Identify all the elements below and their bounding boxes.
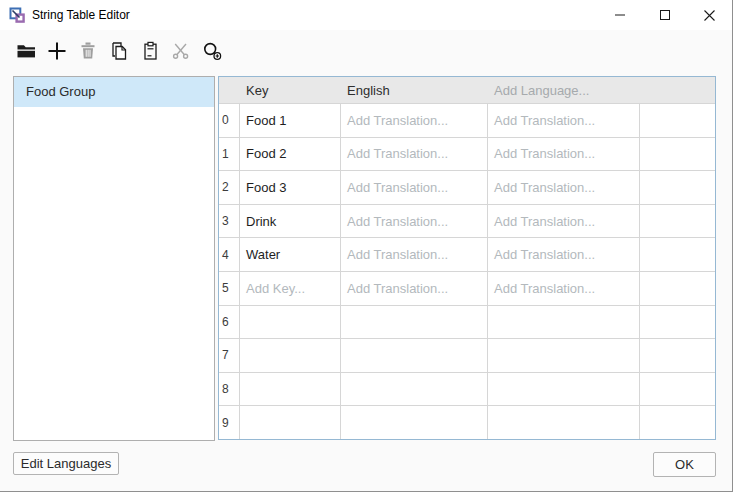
open-folder-icon [16,41,37,61]
close-icon [704,10,715,21]
cell-key[interactable]: Food 1 [240,103,341,137]
cell-extra [640,103,715,137]
cell-extra [640,170,715,204]
row-number[interactable]: 7 [219,338,240,372]
cell-add-language[interactable] [488,405,640,439]
cell-key[interactable]: Food 2 [240,137,341,171]
add-button[interactable] [46,39,68,63]
cell-english[interactable]: Add Translation... [341,204,488,238]
cell-extra [640,405,715,439]
cell-key[interactable] [240,305,341,339]
maximize-icon [660,10,670,20]
maximize-button[interactable] [642,0,687,30]
add-plus-icon [47,41,67,61]
cell-add-language[interactable]: Add Translation... [488,137,640,171]
cell-english[interactable] [341,305,488,339]
cell-extra [640,271,715,305]
copy-button[interactable] [108,39,130,63]
cell-extra [640,237,715,271]
cell-key[interactable]: Water [240,237,341,271]
row-number[interactable]: 9 [219,405,240,439]
window-controls [597,0,732,30]
delete-button[interactable] [77,39,99,63]
paste-clipboard-icon [141,41,160,61]
cell-extra [640,305,715,339]
cell-key[interactable] [240,338,341,372]
copy-icon [109,41,129,61]
table-row: 5 Add Key... Add Translation... Add Tran… [219,271,715,305]
cell-english[interactable]: Add Translation... [341,103,488,137]
table-row: 6 [219,305,715,339]
cell-english[interactable]: Add Translation... [341,170,488,204]
ok-button[interactable]: OK [653,452,716,477]
close-button[interactable] [687,0,732,30]
cut-scissors-icon [171,41,191,61]
row-number[interactable]: 6 [219,305,240,339]
cell-extra [640,137,715,171]
window-title: String Table Editor [32,8,130,22]
row-number[interactable]: 0 [219,103,240,137]
cell-key[interactable] [240,372,341,406]
table-row: 9 [219,405,715,439]
row-number[interactable]: 3 [219,204,240,238]
cell-key[interactable] [240,405,341,439]
header-add-language[interactable]: Add Language... [488,83,640,98]
cell-add-language[interactable]: Add Translation... [488,103,640,137]
row-number[interactable]: 5 [219,271,240,305]
header-key: Key [240,83,341,98]
cell-add-language[interactable] [488,338,640,372]
cell-add-language[interactable]: Add Translation... [488,204,640,238]
cell-english[interactable] [341,338,488,372]
row-number[interactable]: 1 [219,137,240,171]
cell-add-language[interactable] [488,305,640,339]
cell-extra [640,338,715,372]
cell-add-language[interactable]: Add Translation... [488,170,640,204]
table-header-row: Key English Add Language... [219,77,715,103]
minimize-button[interactable] [597,0,642,30]
edit-languages-button[interactable]: Edit Languages [13,452,119,475]
cell-english[interactable]: Add Translation... [341,271,488,305]
cell-add-language[interactable]: Add Translation... [488,271,640,305]
find-button[interactable] [201,39,223,63]
cut-button[interactable] [170,39,192,63]
row-number[interactable]: 4 [219,237,240,271]
table-row: 7 [219,338,715,372]
open-folder-button[interactable] [15,39,37,63]
table-row: 0 Food 1 Add Translation... Add Translat… [219,103,715,137]
delete-trash-icon [79,41,97,61]
cell-english[interactable]: Add Translation... [341,237,488,271]
cell-english[interactable]: Add Translation... [341,137,488,171]
table-row: 3 Drink Add Translation... Add Translati… [219,204,715,238]
cell-key[interactable]: Food 3 [240,170,341,204]
title-bar: String Table Editor [0,0,732,30]
cell-key[interactable]: Add Key... [240,271,341,305]
string-table-grid: Key English Add Language... 0 Food 1 Add… [218,76,716,440]
toolbar [15,38,223,64]
cell-key[interactable]: Drink [240,204,341,238]
string-table-list[interactable]: Food Group [13,76,215,441]
string-table-editor-window: String Table Editor [0,0,733,492]
paste-button[interactable] [139,39,161,63]
cell-add-language[interactable] [488,372,640,406]
row-number[interactable]: 2 [219,170,240,204]
table-row: 4 Water Add Translation... Add Translati… [219,237,715,271]
cell-extra [640,372,715,406]
find-search-plus-icon [202,41,222,61]
cell-english[interactable] [341,405,488,439]
app-logo-icon [9,7,25,23]
cell-add-language[interactable]: Add Translation... [488,237,640,271]
row-number[interactable]: 8 [219,372,240,406]
cell-extra [640,204,715,238]
sidebar-item[interactable]: Food Group [14,77,214,107]
header-english: English [341,83,488,98]
minimize-icon [615,10,625,20]
cell-english[interactable] [341,372,488,406]
table-row: 2 Food 3 Add Translation... Add Translat… [219,170,715,204]
table-row: 8 [219,372,715,406]
table-row: 1 Food 2 Add Translation... Add Translat… [219,137,715,171]
